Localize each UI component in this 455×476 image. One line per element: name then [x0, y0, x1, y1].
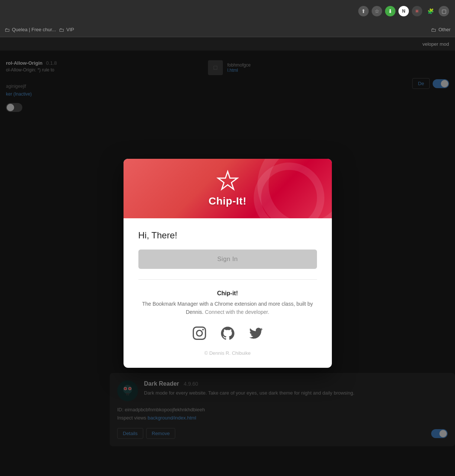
- modal-app-desc-text: The Bookmark Manager with a Chrome exten…: [138, 300, 317, 316]
- modal-greeting: Hi, There!: [138, 230, 317, 241]
- tab-other-label: Other: [438, 27, 451, 32]
- browser-chrome: ⬆ ☆ ⬇ N ✳ 🧩 ▢: [0, 0, 455, 22]
- chip-it-title: Chip-It!: [209, 195, 247, 207]
- modal-divider: [138, 279, 317, 280]
- app-description: Chip-it! The Bookmark Manager with a Chr…: [138, 290, 317, 316]
- puzzle-icon[interactable]: 🧩: [425, 6, 436, 16]
- social-icons-row: [138, 325, 317, 341]
- square-icon[interactable]: ▢: [439, 6, 449, 16]
- sign-in-button[interactable]: Sign In: [138, 250, 317, 269]
- download-icon[interactable]: ⬇: [385, 6, 395, 16]
- dev-mode-text: veloper mod: [422, 41, 449, 47]
- chip-it-star-icon: [217, 170, 239, 192]
- tab-quelea[interactable]: 🗀 Quelea | Free chur...: [4, 27, 56, 33]
- tab-vip[interactable]: 🗀 VIP: [59, 27, 74, 33]
- tab-bar: 🗀 Quelea | Free chur... 🗀 VIP 🗀 Other: [0, 22, 455, 37]
- star-icon[interactable]: ☆: [372, 6, 382, 16]
- modal-header: Chip-It!: [124, 159, 332, 218]
- tab-label: Quelea | Free chur...: [12, 27, 56, 32]
- modal-overlay[interactable]: Chip-It! Hi, There! Sign In Chip-it! The…: [0, 51, 455, 476]
- instagram-icon[interactable]: [191, 325, 208, 341]
- folder-icon-3: 🗀: [431, 27, 436, 33]
- chip-it-logo: Chip-It!: [209, 170, 247, 207]
- modal-connect-link[interactable]: Connect with the developer.: [205, 309, 269, 315]
- chip-it-modal: Chip-It! Hi, There! Sign In Chip-it! The…: [124, 159, 332, 368]
- modal-app-name: Chip-it!: [138, 290, 317, 297]
- notion-icon[interactable]: N: [398, 6, 409, 16]
- tab-vip-label: VIP: [66, 27, 74, 32]
- tab-other[interactable]: 🗀 Other: [431, 27, 451, 33]
- github-icon[interactable]: [220, 325, 236, 341]
- modal-copyright: © Dennis R. Chibuike: [138, 350, 317, 356]
- svg-marker-9: [218, 171, 237, 189]
- asterisk-icon[interactable]: ✳: [412, 6, 422, 16]
- twitter-icon[interactable]: [248, 325, 264, 341]
- share-icon[interactable]: ⬆: [358, 6, 369, 16]
- modal-body: Hi, There! Sign In Chip-it! The Bookmark…: [124, 218, 332, 368]
- main-content: rol-Allow-Origin 0.1.8 ol-Allow-Origin: …: [0, 51, 455, 476]
- folder-icon: 🗀: [4, 27, 10, 33]
- dev-bar: veloper mod: [0, 37, 455, 51]
- folder-icon-2: 🗀: [59, 27, 64, 33]
